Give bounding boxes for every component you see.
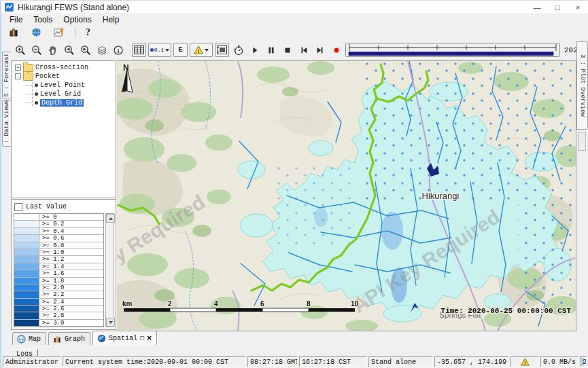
legend-toggle-button[interactable]: E (173, 43, 188, 57)
svg-text:km: km (122, 300, 133, 308)
close-tab-icon[interactable]: × (147, 335, 152, 342)
status-coordinates: -35.657 , 174.199 (434, 356, 509, 367)
legend-swatch (14, 284, 39, 291)
legend-row-label: >= 2.6 (39, 306, 64, 312)
filter-tree-panel: + Cross-section - Pocket Level Point Lev… (11, 60, 116, 198)
menu-help[interactable]: Help (97, 15, 125, 24)
zoom-previous-button[interactable] (62, 43, 76, 57)
step-backward-button[interactable] (296, 43, 311, 57)
legend-row-label: >= 3.0 (39, 320, 64, 326)
splitter-grip[interactable] (578, 132, 586, 151)
svg-text:4: 4 (214, 300, 218, 308)
tree-item-depth-grid[interactable]: Depth Grid (12, 98, 116, 107)
info-button[interactable]: i (111, 43, 125, 57)
thresholds-button[interactable]: ! (190, 43, 213, 57)
legend-swatch (14, 291, 39, 297)
status-mode: Stand alone (368, 356, 433, 367)
legend-row-label: >= 1.2 (39, 256, 64, 262)
database-display-button[interactable] (7, 25, 21, 39)
node-bullet-icon (35, 92, 38, 96)
play-button[interactable] (247, 43, 262, 57)
collapse-icon[interactable]: - (15, 73, 21, 79)
memory-label: 2.5 GB (583, 358, 587, 366)
tab-plot-overview[interactable]: 3 : Plot Overview (576, 41, 588, 130)
svg-text:2: 2 (168, 300, 172, 308)
legend-swatch (14, 306, 39, 312)
status-warning-cell[interactable]: ! (511, 356, 539, 367)
map-label-hikurangi: Hikurangi (422, 191, 460, 201)
legend-row: >= 1.6 (14, 270, 103, 277)
legend-row: >= 0.2 (14, 221, 103, 227)
legend-swatch (14, 228, 39, 234)
bar-chart-icon (53, 335, 62, 344)
help-button[interactable]: ? (86, 27, 90, 38)
grid-display-button[interactable] (132, 43, 146, 57)
zoom-in-button[interactable] (13, 43, 27, 57)
legend-row: >= 2.0 (14, 284, 103, 291)
timeline-slider[interactable] (345, 43, 560, 57)
legend-row: >= 3.0 (14, 320, 103, 327)
pan-hand-button[interactable] (46, 43, 60, 57)
tab-spatial[interactable]: Spatial □ × (92, 331, 157, 345)
menu-options[interactable]: Options (58, 15, 97, 24)
app-icon (5, 3, 14, 12)
legend-swatch (14, 320, 39, 326)
legend-swatch (14, 214, 39, 220)
svg-text:!: ! (524, 360, 525, 366)
step-forward-button[interactable] (313, 43, 327, 57)
menu-file[interactable]: File (4, 15, 28, 24)
legend-row: >= 0.8 (14, 242, 103, 249)
tree-item-level-point[interactable]: Level Point (12, 81, 116, 90)
legend-row-label: >= 2.8 (39, 312, 64, 318)
legend-scrollbar[interactable] (105, 213, 114, 327)
legend-row: >= 0 (14, 214, 103, 221)
tree-item-label: Cross-section (35, 64, 88, 71)
tree-item-pocket[interactable]: - Pocket (12, 72, 116, 81)
time-settings-button[interactable] (231, 43, 245, 57)
close-button[interactable]: × (568, 1, 588, 14)
legend-swatch (14, 221, 39, 227)
status-local-time: 16:27:18 CST (299, 356, 367, 367)
tab-forecast[interactable]: 5 : Forecast (2, 52, 11, 98)
spatial-display-button[interactable] (52, 25, 66, 39)
scroll-down-button[interactable] (106, 318, 115, 327)
main-toolbar: ? (1, 25, 588, 39)
minimize-button[interactable]: — (527, 1, 547, 14)
maximize-button[interactable]: □ (547, 1, 568, 14)
animation-button[interactable] (215, 43, 229, 57)
legend-row: >= 1.2 (14, 256, 103, 263)
zoom-out-button[interactable] (29, 43, 44, 57)
zoom-next-button[interactable] (78, 43, 92, 57)
map-canvas[interactable]: API Key Required API Key Required Hikura… (117, 61, 576, 331)
record-button[interactable] (329, 43, 343, 57)
map-display-button[interactable] (29, 25, 44, 39)
tab-graph[interactable]: Graph (48, 332, 90, 345)
legend-swatch (14, 270, 39, 276)
maximize-tab-icon[interactable]: □ (140, 335, 144, 342)
class-breaks-button[interactable]: 0.1 (148, 43, 171, 57)
tab-data-viewer[interactable]: 6 : Data Viewer (2, 100, 11, 147)
window-title: Hikurangi FEWS (Stand alone) (18, 3, 129, 12)
globe-icon (97, 334, 106, 343)
expand-icon[interactable]: + (15, 65, 21, 71)
legend-row: >= 3.2 (14, 327, 103, 327)
tree-item-level-grid[interactable]: Level Grid (12, 90, 116, 98)
legend-swatch (14, 235, 39, 241)
globe-icon (17, 335, 26, 344)
pause-button[interactable] (264, 43, 278, 57)
tab-map[interactable]: Map (12, 332, 46, 345)
legend-row: >= 2.4 (14, 299, 103, 306)
legend-row-label: >= 1.8 (39, 278, 64, 284)
menu-tools[interactable]: Tools (28, 15, 58, 24)
legend-header: Last Value (12, 200, 116, 213)
legend-row-label: >= 0 (39, 214, 57, 220)
warning-icon: ! (194, 45, 203, 54)
svg-text:i: i (117, 47, 119, 54)
legend-row: >= 1.0 (14, 249, 103, 256)
layers-button[interactable] (94, 43, 109, 57)
last-value-checkbox[interactable] (14, 203, 22, 211)
legend-header-label: Last Value (26, 203, 67, 210)
scroll-up-button[interactable] (106, 214, 115, 223)
stop-button[interactable] (280, 43, 294, 57)
tree-connector (32, 82, 33, 106)
